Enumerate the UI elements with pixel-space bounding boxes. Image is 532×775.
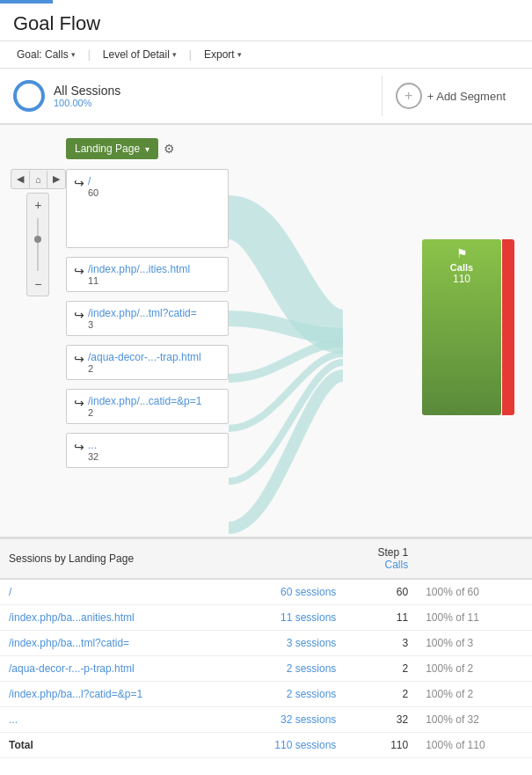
source-box-trap: ↪ /aqua-decor-...-trap.html 2 — [66, 345, 229, 380]
entry-arrow-icon-4: ↪ — [74, 352, 84, 366]
zoom-in-button[interactable]: + — [27, 197, 48, 213]
cell-pct: 100% of 60 — [417, 579, 532, 605]
export-chevron-icon: ▾ — [237, 50, 242, 59]
source-count-root: 60 — [88, 187, 98, 198]
table-row[interactable]: /index.php/ba...tml?catid= 3 sessions 3 … — [0, 631, 532, 656]
nav-forward-button[interactable]: ▶ — [47, 170, 65, 188]
detail-chevron-icon: ▾ — [172, 50, 177, 59]
col-landing-page-header: Sessions by Landing Page — [0, 539, 227, 580]
table-row[interactable]: /index.php/ba...l?catid=&p=1 2 sessions … — [0, 682, 532, 707]
table-row[interactable]: Total 110 sessions 110 100% of 110 — [0, 733, 532, 758]
cell-sessions: 3 sessions — [227, 631, 346, 656]
col-pct-header — [417, 539, 532, 580]
goal-name: Calls — [450, 262, 473, 273]
cell-path: /index.php/ba...l?catid=&p=1 — [0, 682, 227, 707]
cell-step1: 11 — [345, 605, 417, 631]
source-path-root: / — [88, 175, 98, 187]
sessions-table: Sessions by Landing Page Step 1 Calls / … — [0, 538, 532, 758]
table-row[interactable]: /aqua-decor-r...-p-trap.html 2 sessions … — [0, 656, 532, 682]
cell-pct: 100% of 11 — [417, 605, 532, 631]
toolbar: Goal: Calls ▾ | Level of Detail ▾ | Expo… — [0, 41, 532, 69]
cell-path: ... — [0, 707, 227, 733]
source-count-catidp1: 2 — [88, 407, 201, 418]
segment-name: All Sessions — [54, 84, 382, 98]
zoom-bar: + − — [26, 193, 49, 296]
source-box-root: ↪ / 60 — [66, 169, 229, 248]
cell-path: /aqua-decor-r...-p-trap.html — [0, 656, 227, 682]
table-row[interactable]: / 60 sessions 60 100% of 60 — [0, 579, 532, 605]
cell-path: /index.php/ba...anities.html — [0, 605, 227, 631]
source-box-etc: ↪ ... 32 — [66, 433, 229, 468]
source-path-trap: /aqua-decor-...-trap.html — [88, 351, 201, 363]
table-row[interactable]: ... 32 sessions 32 100% of 32 — [0, 707, 532, 733]
source-box-anities: ↪ /index.php/...ities.html 11 — [66, 257, 229, 292]
page-title: Goal Flow — [0, 4, 532, 41]
landing-page-dropdown-area: Landing Page ▾ ⚙ — [66, 138, 175, 159]
cell-sessions: 11 sessions — [227, 605, 346, 631]
cell-pct: 100% of 2 — [417, 656, 532, 682]
gear-settings-button[interactable]: ⚙ — [164, 142, 175, 156]
cell-step1: 60 — [345, 579, 417, 605]
cell-pct: 100% of 110 — [417, 733, 532, 758]
lp-chevron-icon: ▾ — [145, 144, 149, 154]
cell-step1: 32 — [345, 707, 417, 733]
cell-sessions: 32 sessions — [227, 707, 346, 733]
col-step1-header: Step 1 Calls — [345, 539, 417, 580]
entry-arrow-icon: ↪ — [74, 176, 84, 190]
add-segment-button[interactable]: + + Add Segment — [382, 76, 519, 116]
zoom-out-button[interactable]: − — [27, 276, 48, 292]
source-count-etc: 32 — [88, 451, 98, 462]
cell-step1: 3 — [345, 631, 417, 656]
entry-arrow-icon-3: ↪ — [74, 308, 84, 322]
source-path-catid: /index.php/...tml?catid= — [88, 307, 197, 319]
source-count-anities: 11 — [88, 275, 190, 286]
segment-percentage: 100.00% — [54, 98, 382, 108]
cell-sessions: 60 sessions — [227, 579, 346, 605]
add-segment-circle-icon: + — [396, 83, 422, 109]
entry-arrow-icon-2: ↪ — [74, 264, 84, 278]
cell-path: /index.php/ba...tml?catid= — [0, 631, 227, 656]
table-section: Sessions by Landing Page Step 1 Calls / … — [0, 538, 532, 758]
entry-arrow-icon-6: ↪ — [74, 440, 84, 454]
cell-sessions: 2 sessions — [227, 682, 346, 707]
landing-page-dropdown[interactable]: Landing Page ▾ — [66, 138, 158, 159]
landing-page-label: Landing Page — [75, 143, 140, 155]
source-path-catidp1: /index.php/...catid=&p=1 — [88, 395, 201, 407]
cell-step1: 110 — [345, 733, 417, 758]
cell-sessions: 2 sessions — [227, 656, 346, 682]
goal-box: ⚑ Calls 110 — [422, 239, 501, 415]
cell-step1: 2 — [345, 656, 417, 682]
nav-controls: ◀ ⌂ ▶ + − — [11, 169, 66, 296]
segment-bar: All Sessions 100.00% + + Add Segment — [0, 69, 532, 125]
cell-pct: 100% of 2 — [417, 682, 532, 707]
cell-path: Total — [0, 733, 227, 758]
goal-chevron-icon: ▾ — [71, 50, 76, 59]
export-dropdown[interactable]: Export ▾ — [200, 47, 245, 62]
exit-arrow-icon: ↓ — [506, 323, 513, 339]
add-segment-label: + Add Segment — [427, 90, 506, 103]
goal-dropdown[interactable]: Goal: Calls ▾ — [13, 47, 79, 62]
nav-home-button[interactable]: ⌂ — [30, 171, 47, 188]
goal-count: 110 — [453, 273, 470, 285]
source-count-catid: 3 — [88, 319, 197, 330]
source-box-catidp1: ↪ /index.php/...catid=&p=1 2 — [66, 389, 229, 424]
cell-pct: 100% of 3 — [417, 631, 532, 656]
cell-path: / — [0, 579, 227, 605]
source-path-etc: ... — [88, 439, 98, 451]
detail-dropdown[interactable]: Level of Detail ▾ — [99, 47, 180, 62]
col-sessions-header — [227, 539, 346, 580]
entry-arrow-icon-5: ↪ — [74, 396, 84, 410]
table-row[interactable]: /index.php/ba...anities.html 11 sessions… — [0, 605, 532, 631]
source-boxes: ↪ / 60 ↪ /index.php/...ities.html 11 ↪ — [66, 169, 229, 468]
nav-back-button[interactable]: ◀ — [11, 170, 29, 188]
cell-sessions: 110 sessions — [227, 733, 346, 758]
segment-circle-icon — [13, 80, 45, 112]
flow-area: ◀ ⌂ ▶ + − Landing Page ▾ ⚙ — [0, 125, 532, 538]
source-box-catid: ↪ /index.php/...tml?catid= 3 — [66, 301, 229, 336]
cell-step1: 2 — [345, 682, 417, 707]
cell-pct: 100% of 32 — [417, 707, 532, 733]
source-count-trap: 2 — [88, 363, 201, 374]
source-path-anities: /index.php/...ities.html — [88, 263, 190, 275]
goal-flag-icon: ⚑ — [456, 246, 468, 260]
